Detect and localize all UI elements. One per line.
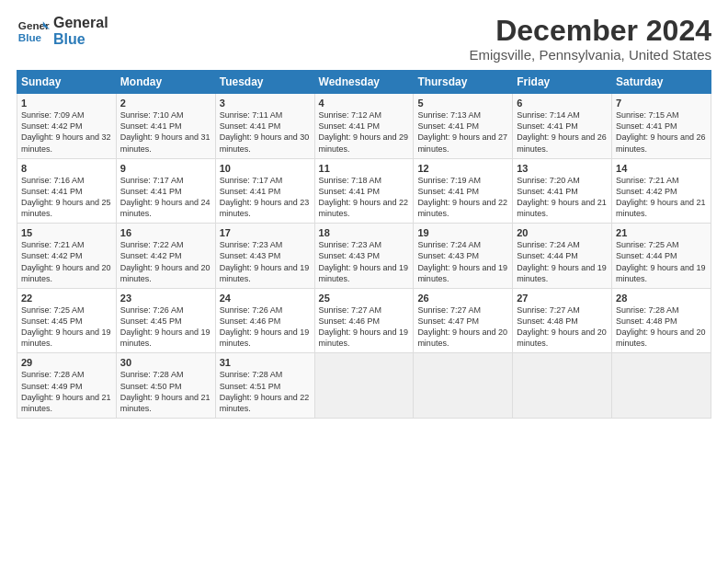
day-number: 11 bbox=[319, 163, 410, 174]
cell-info: Sunrise: 7:27 AMSunset: 4:47 PMDaylight:… bbox=[417, 305, 507, 348]
day-number: 12 bbox=[417, 163, 508, 174]
calendar-cell: 24Sunrise: 7:26 AMSunset: 4:46 PMDayligh… bbox=[215, 288, 314, 353]
cell-info: Sunrise: 7:15 AMSunset: 4:41 PMDaylight:… bbox=[616, 110, 706, 153]
calendar-cell: 16Sunrise: 7:22 AMSunset: 4:42 PMDayligh… bbox=[116, 224, 215, 289]
subtitle: Emigsville, Pennsylvania, United States bbox=[470, 47, 711, 63]
calendar-cell: 26Sunrise: 7:27 AMSunset: 4:47 PMDayligh… bbox=[414, 288, 513, 353]
calendar-cell: 3Sunrise: 7:11 AMSunset: 4:41 PMDaylight… bbox=[215, 94, 314, 159]
day-number: 9 bbox=[120, 163, 211, 174]
day-number: 20 bbox=[517, 227, 608, 238]
logo-line1: General bbox=[53, 15, 108, 31]
calendar-cell: 29Sunrise: 7:28 AMSunset: 4:49 PMDayligh… bbox=[17, 353, 117, 419]
day-number: 18 bbox=[319, 227, 410, 238]
day-number: 17 bbox=[220, 227, 311, 238]
cell-info: Sunrise: 7:25 AMSunset: 4:45 PMDaylight:… bbox=[21, 305, 111, 348]
day-number: 29 bbox=[21, 357, 112, 368]
logo-line2: Blue bbox=[53, 31, 108, 48]
logo: General Blue General Blue bbox=[17, 15, 108, 49]
header-row: General Blue General Blue December 2024 … bbox=[17, 15, 711, 63]
calendar-cell: 20Sunrise: 7:24 AMSunset: 4:44 PMDayligh… bbox=[513, 224, 612, 289]
day-number: 31 bbox=[220, 357, 311, 368]
calendar-cell: 2Sunrise: 7:10 AMSunset: 4:41 PMDaylight… bbox=[116, 94, 215, 159]
calendar-cell: 8Sunrise: 7:16 AMSunset: 4:41 PMDaylight… bbox=[17, 158, 117, 224]
cell-info: Sunrise: 7:21 AMSunset: 4:42 PMDaylight:… bbox=[21, 240, 111, 282]
day-number: 2 bbox=[120, 98, 211, 109]
day-number: 19 bbox=[417, 227, 508, 238]
col-monday: Monday bbox=[116, 71, 215, 94]
day-number: 27 bbox=[517, 293, 608, 304]
day-number: 28 bbox=[616, 293, 707, 304]
calendar-cell bbox=[414, 353, 513, 419]
cell-info: Sunrise: 7:12 AMSunset: 4:41 PMDaylight:… bbox=[319, 110, 409, 153]
cell-info: Sunrise: 7:11 AMSunset: 4:41 PMDaylight:… bbox=[220, 110, 310, 153]
calendar-cell: 4Sunrise: 7:12 AMSunset: 4:41 PMDaylight… bbox=[314, 94, 414, 159]
calendar-cell: 22Sunrise: 7:25 AMSunset: 4:45 PMDayligh… bbox=[17, 288, 117, 353]
day-number: 30 bbox=[120, 357, 211, 368]
day-number: 24 bbox=[220, 293, 311, 304]
calendar-week-4: 22Sunrise: 7:25 AMSunset: 4:45 PMDayligh… bbox=[17, 288, 711, 353]
day-number: 25 bbox=[319, 293, 410, 304]
calendar-cell bbox=[513, 353, 612, 419]
day-number: 3 bbox=[220, 98, 311, 109]
cell-info: Sunrise: 7:27 AMSunset: 4:48 PMDaylight:… bbox=[517, 305, 607, 348]
cell-info: Sunrise: 7:16 AMSunset: 4:41 PMDaylight:… bbox=[21, 176, 111, 218]
main-title: December 2024 bbox=[470, 15, 711, 47]
cell-info: Sunrise: 7:13 AMSunset: 4:41 PMDaylight:… bbox=[417, 110, 507, 153]
cell-info: Sunrise: 7:17 AMSunset: 4:41 PMDaylight:… bbox=[220, 176, 310, 218]
calendar-cell: 30Sunrise: 7:28 AMSunset: 4:50 PMDayligh… bbox=[116, 353, 215, 419]
calendar-cell: 9Sunrise: 7:17 AMSunset: 4:41 PMDaylight… bbox=[116, 158, 215, 224]
cell-info: Sunrise: 7:23 AMSunset: 4:43 PMDaylight:… bbox=[319, 240, 409, 282]
day-number: 8 bbox=[21, 163, 112, 174]
calendar-cell: 1Sunrise: 7:09 AMSunset: 4:42 PMDaylight… bbox=[17, 94, 117, 159]
col-thursday: Thursday bbox=[414, 71, 513, 94]
calendar-cell: 14Sunrise: 7:21 AMSunset: 4:42 PMDayligh… bbox=[612, 158, 711, 224]
calendar-table: Sunday Monday Tuesday Wednesday Thursday… bbox=[17, 70, 711, 419]
day-number: 7 bbox=[616, 98, 707, 109]
col-wednesday: Wednesday bbox=[314, 71, 414, 94]
calendar-cell: 21Sunrise: 7:25 AMSunset: 4:44 PMDayligh… bbox=[612, 224, 711, 289]
calendar-week-5: 29Sunrise: 7:28 AMSunset: 4:49 PMDayligh… bbox=[17, 353, 711, 419]
calendar-cell: 17Sunrise: 7:23 AMSunset: 4:43 PMDayligh… bbox=[215, 224, 314, 289]
cell-info: Sunrise: 7:26 AMSunset: 4:46 PMDaylight:… bbox=[220, 305, 310, 348]
calendar-week-3: 15Sunrise: 7:21 AMSunset: 4:42 PMDayligh… bbox=[17, 224, 711, 289]
calendar-cell: 28Sunrise: 7:28 AMSunset: 4:48 PMDayligh… bbox=[612, 288, 711, 353]
calendar-cell: 18Sunrise: 7:23 AMSunset: 4:43 PMDayligh… bbox=[314, 224, 414, 289]
header-row-days: Sunday Monday Tuesday Wednesday Thursday… bbox=[17, 71, 711, 94]
svg-text:Blue: Blue bbox=[18, 31, 42, 43]
cell-info: Sunrise: 7:25 AMSunset: 4:44 PMDaylight:… bbox=[616, 240, 706, 282]
cell-info: Sunrise: 7:26 AMSunset: 4:45 PMDaylight:… bbox=[120, 305, 210, 348]
calendar-cell: 6Sunrise: 7:14 AMSunset: 4:41 PMDaylight… bbox=[513, 94, 612, 159]
calendar-cell: 27Sunrise: 7:27 AMSunset: 4:48 PMDayligh… bbox=[513, 288, 612, 353]
cell-info: Sunrise: 7:27 AMSunset: 4:46 PMDaylight:… bbox=[319, 305, 409, 348]
calendar-cell: 5Sunrise: 7:13 AMSunset: 4:41 PMDaylight… bbox=[414, 94, 513, 159]
cell-info: Sunrise: 7:21 AMSunset: 4:42 PMDaylight:… bbox=[616, 176, 706, 218]
calendar-cell: 11Sunrise: 7:18 AMSunset: 4:41 PMDayligh… bbox=[314, 158, 414, 224]
page: General Blue General Blue December 2024 … bbox=[0, 0, 728, 563]
day-number: 16 bbox=[120, 227, 211, 238]
day-number: 15 bbox=[21, 227, 112, 238]
day-number: 5 bbox=[417, 98, 508, 109]
title-block: December 2024 Emigsville, Pennsylvania, … bbox=[470, 15, 711, 63]
calendar-week-2: 8Sunrise: 7:16 AMSunset: 4:41 PMDaylight… bbox=[17, 158, 711, 224]
cell-info: Sunrise: 7:18 AMSunset: 4:41 PMDaylight:… bbox=[319, 176, 409, 218]
cell-info: Sunrise: 7:28 AMSunset: 4:50 PMDaylight:… bbox=[120, 370, 210, 412]
calendar-cell: 10Sunrise: 7:17 AMSunset: 4:41 PMDayligh… bbox=[215, 158, 314, 224]
calendar-cell: 19Sunrise: 7:24 AMSunset: 4:43 PMDayligh… bbox=[414, 224, 513, 289]
day-number: 4 bbox=[319, 98, 410, 109]
calendar-cell: 12Sunrise: 7:19 AMSunset: 4:41 PMDayligh… bbox=[414, 158, 513, 224]
day-number: 26 bbox=[417, 293, 508, 304]
cell-info: Sunrise: 7:28 AMSunset: 4:48 PMDaylight:… bbox=[616, 305, 706, 348]
cell-info: Sunrise: 7:28 AMSunset: 4:49 PMDaylight:… bbox=[21, 370, 111, 412]
calendar-cell: 13Sunrise: 7:20 AMSunset: 4:41 PMDayligh… bbox=[513, 158, 612, 224]
cell-info: Sunrise: 7:24 AMSunset: 4:44 PMDaylight:… bbox=[517, 240, 607, 282]
day-number: 21 bbox=[616, 227, 707, 238]
cell-info: Sunrise: 7:19 AMSunset: 4:41 PMDaylight:… bbox=[417, 176, 507, 218]
calendar-week-1: 1Sunrise: 7:09 AMSunset: 4:42 PMDaylight… bbox=[17, 94, 711, 159]
logo-icon: General Blue bbox=[17, 15, 50, 48]
calendar-cell: 15Sunrise: 7:21 AMSunset: 4:42 PMDayligh… bbox=[17, 224, 117, 289]
cell-info: Sunrise: 7:22 AMSunset: 4:42 PMDaylight:… bbox=[120, 240, 210, 282]
day-number: 14 bbox=[616, 163, 707, 174]
col-saturday: Saturday bbox=[612, 71, 711, 94]
col-friday: Friday bbox=[513, 71, 612, 94]
day-number: 22 bbox=[21, 293, 112, 304]
